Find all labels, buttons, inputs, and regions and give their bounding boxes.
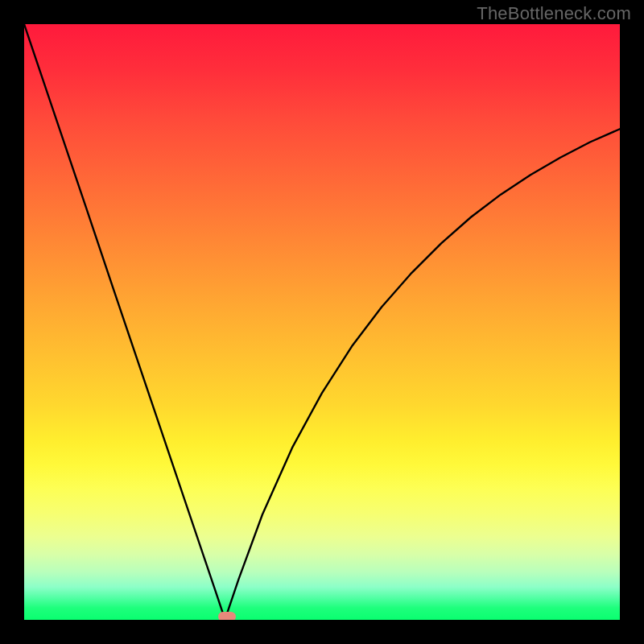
bottleneck-curve-path: [24, 24, 620, 619]
chart-frame: TheBottleneck.com: [0, 0, 644, 644]
curve-svg: [24, 24, 620, 620]
optimal-point-marker: [218, 612, 236, 620]
plot-area: [24, 24, 620, 620]
watermark-text: TheBottleneck.com: [477, 3, 631, 24]
